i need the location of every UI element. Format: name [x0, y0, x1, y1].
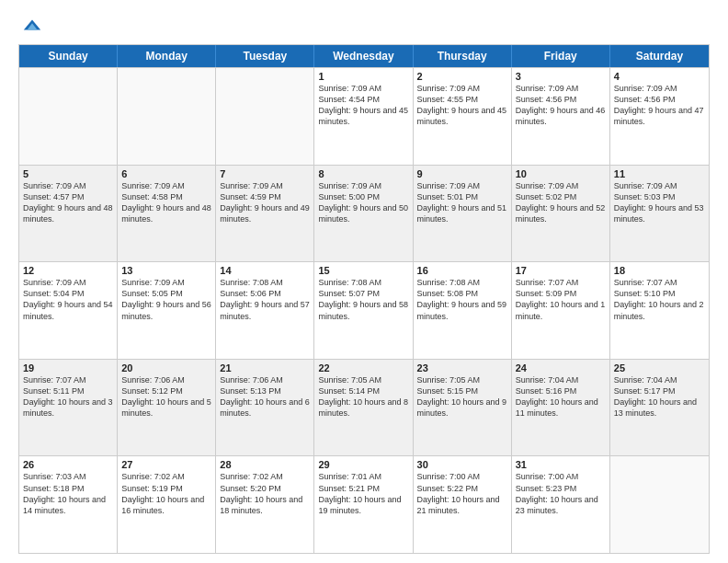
- day-info: Sunrise: 7:00 AM Sunset: 5:22 PM Dayligh…: [417, 471, 507, 516]
- day-number: 31: [516, 459, 606, 470]
- table-row: 3Sunrise: 7:09 AM Sunset: 4:56 PM Daylig…: [512, 68, 610, 165]
- table-row: 19Sunrise: 7:07 AM Sunset: 5:11 PM Dayli…: [19, 360, 118, 456]
- table-row: 9Sunrise: 7:09 AM Sunset: 5:01 PM Daylig…: [414, 166, 512, 262]
- table-row: 22Sunrise: 7:05 AM Sunset: 5:14 PM Dayli…: [314, 360, 413, 456]
- calendar: SundayMondayTuesdayWednesdayThursdayFrid…: [18, 44, 710, 554]
- day-info: Sunrise: 7:09 AM Sunset: 5:04 PM Dayligh…: [23, 277, 113, 322]
- day-number: 24: [516, 362, 606, 373]
- table-row: [216, 68, 314, 165]
- day-info: Sunrise: 7:09 AM Sunset: 5:03 PM Dayligh…: [614, 180, 705, 225]
- table-row: 29Sunrise: 7:01 AM Sunset: 5:21 PM Dayli…: [314, 456, 413, 553]
- day-info: Sunrise: 7:02 AM Sunset: 5:20 PM Dayligh…: [220, 471, 310, 516]
- table-row: 2Sunrise: 7:09 AM Sunset: 4:55 PM Daylig…: [414, 68, 512, 165]
- weekday-header: Sunday: [19, 45, 118, 67]
- day-number: 23: [417, 362, 507, 373]
- table-row: 8Sunrise: 7:09 AM Sunset: 5:00 PM Daylig…: [314, 166, 413, 262]
- day-info: Sunrise: 7:06 AM Sunset: 5:12 PM Dayligh…: [121, 374, 211, 419]
- weekday-header: Friday: [512, 45, 610, 67]
- day-number: 25: [614, 362, 705, 373]
- day-number: 5: [23, 168, 113, 179]
- header: [18, 15, 710, 35]
- table-row: 26Sunrise: 7:03 AM Sunset: 5:18 PM Dayli…: [19, 456, 118, 553]
- table-row: 20Sunrise: 7:06 AM Sunset: 5:12 PM Dayli…: [118, 360, 216, 456]
- day-info: Sunrise: 7:08 AM Sunset: 5:07 PM Dayligh…: [318, 277, 408, 322]
- table-row: 10Sunrise: 7:09 AM Sunset: 5:02 PM Dayli…: [512, 166, 610, 262]
- day-number: 13: [121, 265, 211, 276]
- calendar-row: 12Sunrise: 7:09 AM Sunset: 5:04 PM Dayli…: [19, 261, 709, 359]
- weekday-header: Thursday: [414, 45, 512, 67]
- day-number: 9: [417, 168, 507, 179]
- day-number: 29: [318, 459, 408, 470]
- day-info: Sunrise: 7:08 AM Sunset: 5:08 PM Dayligh…: [417, 277, 507, 322]
- day-number: 7: [220, 168, 310, 179]
- calendar-header-row: SundayMondayTuesdayWednesdayThursdayFrid…: [19, 45, 709, 67]
- day-number: 12: [23, 265, 113, 276]
- weekday-header: Tuesday: [216, 45, 314, 67]
- day-info: Sunrise: 7:09 AM Sunset: 4:54 PM Dayligh…: [318, 83, 408, 128]
- day-number: 30: [417, 459, 507, 470]
- day-number: 21: [220, 362, 310, 373]
- day-number: 3: [516, 71, 606, 82]
- day-number: 26: [23, 459, 113, 470]
- day-number: 4: [614, 71, 705, 82]
- day-number: 17: [516, 265, 606, 276]
- table-row: 28Sunrise: 7:02 AM Sunset: 5:20 PM Dayli…: [216, 456, 314, 553]
- day-number: 22: [318, 362, 408, 373]
- table-row: 25Sunrise: 7:04 AM Sunset: 5:17 PM Dayli…: [610, 360, 709, 456]
- table-row: 21Sunrise: 7:06 AM Sunset: 5:13 PM Dayli…: [216, 360, 314, 456]
- day-info: Sunrise: 7:09 AM Sunset: 5:05 PM Dayligh…: [121, 277, 211, 322]
- table-row: 24Sunrise: 7:04 AM Sunset: 5:16 PM Dayli…: [512, 360, 610, 456]
- day-number: 19: [23, 362, 113, 373]
- day-info: Sunrise: 7:05 AM Sunset: 5:15 PM Dayligh…: [417, 374, 507, 419]
- day-info: Sunrise: 7:09 AM Sunset: 5:01 PM Dayligh…: [417, 180, 507, 225]
- day-number: 28: [220, 459, 310, 470]
- day-info: Sunrise: 7:05 AM Sunset: 5:14 PM Dayligh…: [318, 374, 408, 419]
- logo: [18, 15, 42, 35]
- day-info: Sunrise: 7:01 AM Sunset: 5:21 PM Dayligh…: [318, 471, 408, 516]
- weekday-header: Wednesday: [314, 45, 413, 67]
- day-info: Sunrise: 7:09 AM Sunset: 4:55 PM Dayligh…: [417, 83, 507, 128]
- table-row: 31Sunrise: 7:00 AM Sunset: 5:23 PM Dayli…: [512, 456, 610, 553]
- table-row: 14Sunrise: 7:08 AM Sunset: 5:06 PM Dayli…: [216, 262, 314, 359]
- table-row: 16Sunrise: 7:08 AM Sunset: 5:08 PM Dayli…: [414, 262, 512, 359]
- table-row: 11Sunrise: 7:09 AM Sunset: 5:03 PM Dayli…: [610, 166, 709, 262]
- day-info: Sunrise: 7:06 AM Sunset: 5:13 PM Dayligh…: [220, 374, 310, 419]
- table-row: 12Sunrise: 7:09 AM Sunset: 5:04 PM Dayli…: [19, 262, 118, 359]
- day-info: Sunrise: 7:07 AM Sunset: 5:09 PM Dayligh…: [516, 277, 606, 322]
- table-row: 4Sunrise: 7:09 AM Sunset: 4:56 PM Daylig…: [610, 68, 709, 165]
- day-number: 27: [121, 459, 211, 470]
- day-info: Sunrise: 7:04 AM Sunset: 5:17 PM Dayligh…: [614, 374, 705, 419]
- day-info: Sunrise: 7:00 AM Sunset: 5:23 PM Dayligh…: [516, 471, 606, 516]
- logo-icon: [22, 15, 42, 35]
- day-info: Sunrise: 7:09 AM Sunset: 4:59 PM Dayligh…: [220, 180, 310, 225]
- day-info: Sunrise: 7:04 AM Sunset: 5:16 PM Dayligh…: [516, 374, 606, 419]
- table-row: 15Sunrise: 7:08 AM Sunset: 5:07 PM Dayli…: [314, 262, 413, 359]
- table-row: [118, 68, 216, 165]
- table-row: 23Sunrise: 7:05 AM Sunset: 5:15 PM Dayli…: [414, 360, 512, 456]
- calendar-row: 26Sunrise: 7:03 AM Sunset: 5:18 PM Dayli…: [19, 455, 709, 553]
- table-row: 7Sunrise: 7:09 AM Sunset: 4:59 PM Daylig…: [216, 166, 314, 262]
- calendar-body: 1Sunrise: 7:09 AM Sunset: 4:54 PM Daylig…: [19, 67, 709, 553]
- day-info: Sunrise: 7:09 AM Sunset: 4:56 PM Dayligh…: [614, 83, 705, 128]
- day-number: 2: [417, 71, 507, 82]
- table-row: 1Sunrise: 7:09 AM Sunset: 4:54 PM Daylig…: [314, 68, 413, 165]
- day-info: Sunrise: 7:09 AM Sunset: 4:57 PM Dayligh…: [23, 180, 113, 225]
- weekday-header: Saturday: [610, 45, 709, 67]
- day-info: Sunrise: 7:03 AM Sunset: 5:18 PM Dayligh…: [23, 471, 113, 516]
- day-number: 6: [121, 168, 211, 179]
- day-number: 15: [318, 265, 408, 276]
- table-row: 13Sunrise: 7:09 AM Sunset: 5:05 PM Dayli…: [118, 262, 216, 359]
- day-info: Sunrise: 7:07 AM Sunset: 5:10 PM Dayligh…: [614, 277, 705, 322]
- table-row: [610, 456, 709, 553]
- day-info: Sunrise: 7:09 AM Sunset: 4:56 PM Dayligh…: [516, 83, 606, 128]
- table-row: 27Sunrise: 7:02 AM Sunset: 5:19 PM Dayli…: [118, 456, 216, 553]
- calendar-row: 1Sunrise: 7:09 AM Sunset: 4:54 PM Daylig…: [19, 67, 709, 165]
- day-info: Sunrise: 7:07 AM Sunset: 5:11 PM Dayligh…: [23, 374, 113, 419]
- table-row: 6Sunrise: 7:09 AM Sunset: 4:58 PM Daylig…: [118, 166, 216, 262]
- logo-text: [18, 15, 42, 35]
- day-number: 20: [121, 362, 211, 373]
- day-info: Sunrise: 7:09 AM Sunset: 5:00 PM Dayligh…: [318, 180, 408, 225]
- calendar-row: 19Sunrise: 7:07 AM Sunset: 5:11 PM Dayli…: [19, 359, 709, 456]
- day-number: 8: [318, 168, 408, 179]
- day-info: Sunrise: 7:08 AM Sunset: 5:06 PM Dayligh…: [220, 277, 310, 322]
